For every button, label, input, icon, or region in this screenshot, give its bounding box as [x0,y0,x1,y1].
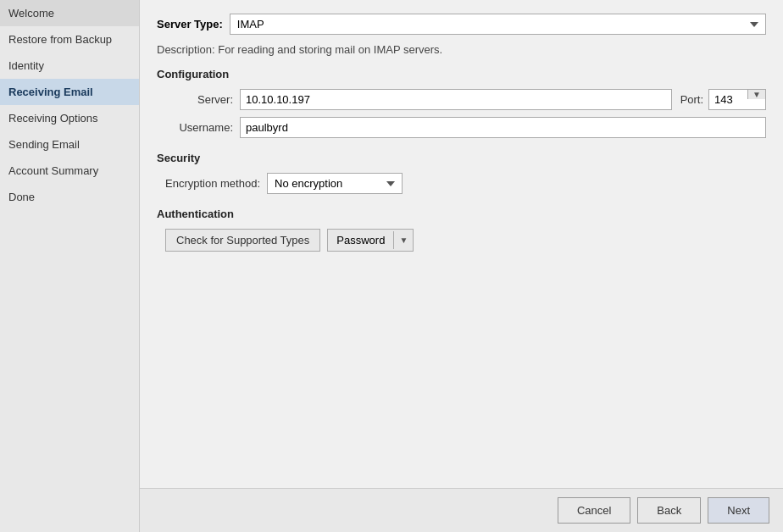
authentication-title: Authentication [157,208,766,220]
next-button[interactable]: Next [708,497,769,524]
check-supported-types-button[interactable]: Check for Supported Types [165,229,320,252]
port-container: ▼ [708,89,766,110]
back-button[interactable]: Back [637,497,701,524]
configuration-section: Configuration Server: Port: ▼ Username: [157,68,766,138]
sidebar-item-done[interactable]: Done [0,184,139,210]
password-label[interactable]: Password [328,230,393,251]
password-dropdown-button[interactable]: ▼ [393,231,413,249]
sidebar-item-identity[interactable]: Identity [0,53,139,79]
username-label: Username: [157,121,233,134]
server-label: Server: [157,93,233,106]
sidebar-item-receiving-email[interactable]: Receiving Email [0,79,139,105]
configuration-title: Configuration [157,68,766,80]
footer: Cancel Back Next [140,488,783,532]
encryption-select[interactable]: No encryption STARTTLS SSL/TLS [267,173,403,194]
description-text: Description: For reading and storing mai… [157,43,766,56]
password-container: Password ▼ [327,229,414,252]
sidebar: Welcome Restore from Backup Identity Rec… [0,0,140,532]
server-type-label: Server Type: [157,18,223,30]
server-port-row: Server: Port: ▼ [157,89,766,110]
security-section: Security Encryption method: No encryptio… [157,152,766,194]
form-area: Server Type: IMAP POP3 Description: For … [140,0,783,488]
auth-controls-row: Check for Supported Types Password ▼ [165,229,766,252]
sidebar-item-welcome[interactable]: Welcome [0,0,139,26]
username-row: Username: [157,117,766,138]
encryption-label: Encryption method: [165,177,260,190]
cancel-button[interactable]: Cancel [558,497,630,524]
port-dropdown-button[interactable]: ▼ [747,90,765,99]
sidebar-item-restore[interactable]: Restore from Backup [0,26,139,53]
server-type-row: Server Type: IMAP POP3 [157,14,766,35]
sidebar-item-account-summary[interactable]: Account Summary [0,158,139,184]
main-content: Server Type: IMAP POP3 Description: For … [140,0,783,532]
authentication-section: Authentication Check for Supported Types… [157,208,766,252]
server-input[interactable] [240,89,672,110]
encryption-row: Encryption method: No encryption STARTTL… [165,173,766,194]
username-input[interactable] [240,117,766,138]
port-label: Port: [680,93,703,106]
sidebar-item-sending-email[interactable]: Sending Email [0,131,139,158]
port-input[interactable] [709,90,747,109]
security-title: Security [157,152,766,164]
server-type-select[interactable]: IMAP POP3 [230,14,766,35]
sidebar-item-receiving-options[interactable]: Receiving Options [0,105,139,131]
